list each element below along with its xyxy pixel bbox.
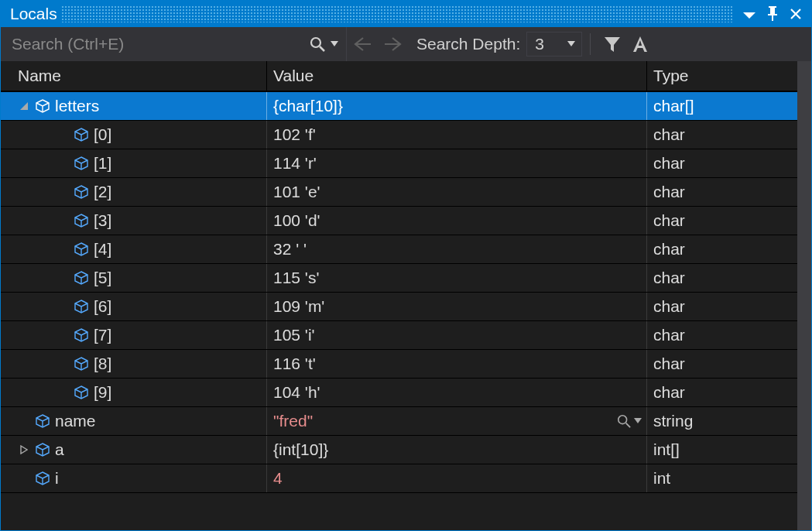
type-cell: char <box>647 207 797 235</box>
value-cell[interactable]: {int[10]} <box>267 436 647 464</box>
value-cell[interactable]: 105 'i' <box>267 321 647 349</box>
visualizer-button[interactable] <box>617 407 642 435</box>
type-cell: int <box>647 464 797 492</box>
variable-value: {char[10]} <box>273 97 343 115</box>
name-cell[interactable]: [3] <box>1 207 267 235</box>
value-cell[interactable]: 116 't' <box>267 350 647 378</box>
svg-marker-26 <box>21 446 27 454</box>
name-cell[interactable]: [4] <box>1 235 267 263</box>
value-cell[interactable]: 102 'f' <box>267 121 647 149</box>
variable-value: 4 <box>273 469 283 488</box>
value-cell[interactable]: 109 'm' <box>267 293 647 320</box>
variable-type: char[] <box>653 97 694 115</box>
variable-value: 116 't' <box>273 355 316 373</box>
name-cell[interactable]: i <box>1 464 267 492</box>
variable-name: [1] <box>94 154 111 173</box>
variable-type: int <box>653 469 670 488</box>
table-row[interactable]: i4int <box>1 464 797 493</box>
variable-value: 115 's' <box>273 269 319 287</box>
filter-button[interactable] <box>598 30 626 58</box>
expander-expanded-icon[interactable] <box>18 100 30 112</box>
table-row[interactable]: [1]114 'r'char <box>1 149 797 178</box>
window-position-icon[interactable] <box>740 5 759 23</box>
table-row[interactable]: [3]100 'd'char <box>1 207 797 235</box>
variable-type: char <box>653 211 685 230</box>
value-cell[interactable]: 115 's' <box>267 264 647 292</box>
value-cell[interactable]: 114 'r' <box>267 149 647 177</box>
value-cell[interactable]: 100 'd' <box>267 207 647 235</box>
table-row[interactable]: name"fred"string <box>1 407 797 436</box>
value-cell[interactable]: {char[10]} <box>267 92 647 120</box>
value-cell[interactable]: 104 'h' <box>267 379 647 406</box>
table-row[interactable]: letters{char[10]}char[] <box>1 92 797 121</box>
magnifier-icon <box>617 414 631 428</box>
name-cell[interactable]: [8] <box>1 350 267 378</box>
column-header-name[interactable]: Name <box>1 61 267 92</box>
chevron-down-icon <box>634 418 642 424</box>
field-icon <box>74 327 89 343</box>
variable-value: "fred" <box>273 412 313 430</box>
name-cell[interactable]: [6] <box>1 293 267 320</box>
name-cell[interactable]: [5] <box>1 264 267 292</box>
table-row[interactable]: a{int[10]}int[] <box>1 436 797 464</box>
search-box[interactable] <box>1 27 347 61</box>
close-icon[interactable] <box>786 5 805 23</box>
titlebar-grip[interactable] <box>61 5 734 22</box>
table-row[interactable]: [4]32 ' 'char <box>1 235 797 264</box>
value-cell[interactable]: 101 'e' <box>267 178 647 206</box>
type-cell: char <box>647 121 797 149</box>
titlebar[interactable]: Locals <box>1 1 811 27</box>
search-input[interactable] <box>12 35 309 53</box>
text-style-button[interactable] <box>626 30 654 58</box>
name-cell[interactable]: [9] <box>1 379 267 406</box>
pin-icon[interactable] <box>763 5 782 23</box>
locals-panel: Locals Search Depth: <box>0 0 812 531</box>
value-cell[interactable]: "fred" <box>267 407 647 435</box>
name-cell[interactable]: [1] <box>1 149 267 177</box>
svg-line-24 <box>626 423 630 427</box>
name-cell[interactable]: [7] <box>1 321 267 349</box>
svg-line-6 <box>320 46 324 51</box>
svg-marker-10 <box>20 102 28 110</box>
value-cell[interactable]: 32 ' ' <box>267 235 647 263</box>
column-header-value[interactable]: Value <box>267 61 647 92</box>
variable-value: 32 ' ' <box>273 240 307 259</box>
table-row[interactable]: [0]102 'f'char <box>1 121 797 149</box>
name-cell[interactable]: name <box>1 407 267 435</box>
name-cell[interactable]: [2] <box>1 178 267 206</box>
svg-rect-3 <box>768 14 777 15</box>
table-row[interactable]: [5]115 's'char <box>1 264 797 293</box>
svg-marker-0 <box>743 12 755 19</box>
table-row[interactable]: [7]105 'i'char <box>1 321 797 350</box>
name-cell[interactable]: [0] <box>1 121 267 149</box>
table-row[interactable]: [2]101 'e'char <box>1 178 797 207</box>
table-row[interactable]: [9]104 'h'char <box>1 379 797 407</box>
variable-name: [9] <box>94 383 111 402</box>
search-depth-select[interactable]: 3 <box>526 32 582 57</box>
type-cell: char <box>647 321 797 349</box>
expander-collapsed-icon[interactable] <box>18 444 30 456</box>
table-row[interactable]: [6]109 'm'char <box>1 293 797 321</box>
variable-type: char <box>653 383 685 402</box>
search-icon[interactable] <box>309 36 326 53</box>
column-header-type[interactable]: Type <box>647 61 797 92</box>
variable-name: [7] <box>94 326 111 344</box>
variable-type: char <box>653 326 685 344</box>
nav-back-button[interactable] <box>347 27 378 61</box>
nav-forward-button[interactable] <box>378 27 409 61</box>
table-row[interactable]: [8]116 't'char <box>1 350 797 379</box>
vertical-scrollbar[interactable] <box>797 61 811 530</box>
type-cell: char <box>647 264 797 292</box>
letter-a-icon <box>631 35 649 53</box>
variable-value: 104 'h' <box>273 383 320 402</box>
name-cell[interactable]: letters <box>1 92 267 120</box>
name-cell[interactable]: a <box>1 436 267 464</box>
variables-tree[interactable]: Name Value Type letters{char[10]}char[][… <box>1 61 797 530</box>
variable-type: char <box>653 183 685 201</box>
variable-type: char <box>653 269 685 287</box>
value-cell[interactable]: 4 <box>267 464 647 492</box>
search-dropdown-icon[interactable] <box>329 41 340 47</box>
svg-point-23 <box>618 416 627 424</box>
variable-value: 100 'd' <box>273 211 320 230</box>
type-cell: char <box>647 293 797 320</box>
